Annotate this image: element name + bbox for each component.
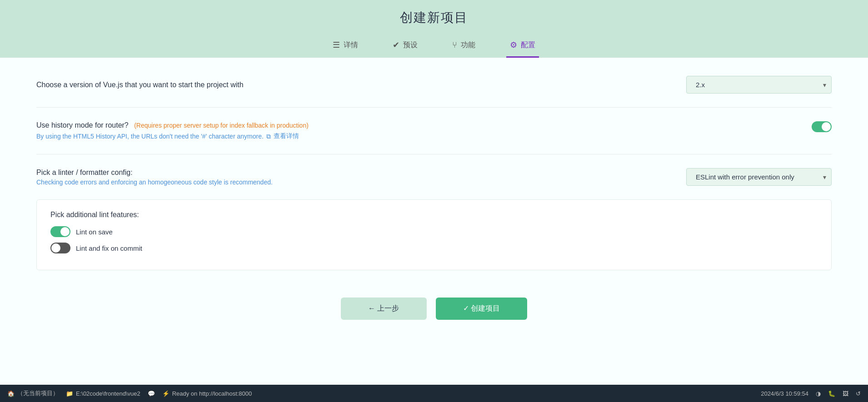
toggle-knob-save: [60, 227, 70, 236]
fork-icon: ⑂: [452, 40, 457, 50]
divider-1: [36, 107, 832, 108]
history-mode-text: Use history mode for router? (Requires p…: [36, 121, 309, 140]
create-project-label: ✓ 创建项目: [463, 304, 500, 313]
list-icon: ☰: [333, 40, 340, 50]
project-label: （无当前项目）: [17, 389, 59, 397]
vue-version-select[interactable]: 2.x 3.x: [686, 76, 832, 94]
lint-commit-label: Lint and fix on commit: [76, 244, 142, 252]
vue-version-label: Choose a version of Vue.js that you want…: [36, 81, 244, 89]
tab-details[interactable]: ☰ 详情: [329, 35, 362, 58]
linter-sublabel: Checking code errors and enforcing an ho…: [36, 179, 273, 186]
lint-save-label: Lint on save: [76, 228, 113, 236]
tab-presets[interactable]: ✔ 预设: [389, 35, 421, 58]
history-mode-link[interactable]: 查看详情: [274, 132, 299, 140]
statusbar: 🏠 （无当前项目） 📁 E:\02code\frontend\vue2 💬 ⚡ …: [0, 385, 868, 402]
back-button[interactable]: ← 上一步: [341, 298, 426, 320]
brightness-icon[interactable]: ◑: [816, 390, 821, 397]
history-mode-toggle[interactable]: [812, 121, 832, 132]
footer-buttons: ← 上一步 ✓ 创建项目: [36, 284, 832, 329]
statusbar-right: 2024/6/3 10:59:54 ◑ 🐛 🖼 ↺: [761, 390, 861, 397]
refresh-icon[interactable]: ↺: [856, 390, 861, 397]
statusbar-home[interactable]: 🏠 （无当前项目）: [7, 389, 59, 397]
folder-path: E:\02code\frontend\vue2: [76, 390, 140, 397]
toggle-knob-commit: [51, 243, 60, 253]
external-link-icon: ⧉: [266, 133, 271, 140]
home-icon: 🏠: [7, 390, 15, 397]
lint-save-option: Lint on save: [50, 226, 818, 237]
statusbar-folder[interactable]: 📁 E:\02code\frontend\vue2: [66, 390, 140, 397]
toggle-knob: [822, 122, 831, 131]
vue-version-select-wrapper: 2.x 3.x ▾: [686, 76, 832, 94]
vue-version-row: Choose a version of Vue.js that you want…: [36, 76, 832, 94]
linter-text: Pick a linter / formatter config: Checki…: [36, 169, 273, 186]
tab-config[interactable]: ⚙ 配置: [506, 35, 539, 58]
datetime-label: 2024/6/3 10:59:54: [761, 390, 808, 397]
tab-details-label: 详情: [344, 40, 358, 50]
create-project-button[interactable]: ✓ 创建项目: [436, 298, 527, 320]
image-icon[interactable]: 🖼: [843, 390, 848, 397]
tab-bar: ☰ 详情 ✔ 预设 ⑂ 功能 ⚙ 配置: [0, 35, 868, 58]
tab-features[interactable]: ⑂ 功能: [449, 35, 479, 58]
page-title: 创建新项目: [0, 9, 868, 26]
history-mode-warning: (Requires proper server setup for index …: [134, 122, 309, 129]
statusbar-messages[interactable]: 💬: [148, 390, 155, 397]
linter-select[interactable]: ESLint with error prevention only ESLint…: [686, 168, 832, 186]
lint-features-label: Pick additional lint features:: [50, 211, 818, 219]
lint-commit-option: Lint and fix on commit: [50, 243, 818, 253]
header: 创建新项目 ☰ 详情 ✔ 预设 ⑂ 功能 ⚙ 配置: [0, 0, 868, 58]
history-mode-label: Use history mode for router? (Requires p…: [36, 121, 309, 129]
lint-save-toggle[interactable]: [50, 226, 70, 237]
back-button-label: ← 上一步: [368, 304, 399, 313]
tab-features-label: 功能: [461, 40, 475, 50]
lint-commit-toggle[interactable]: [50, 243, 70, 253]
tab-presets-label: 预设: [403, 40, 418, 50]
main-content: Choose a version of Vue.js that you want…: [0, 58, 868, 385]
divider-2: [36, 154, 832, 154]
history-mode-sublabel: By using the HTML5 History API, the URLs…: [36, 133, 264, 140]
linter-select-wrapper: ESLint with error prevention only ESLint…: [686, 168, 832, 186]
tab-config-label: 配置: [521, 40, 535, 50]
statusbar-status: ⚡ Ready on http://localhost:8000: [162, 390, 252, 397]
lint-features-section: Pick additional lint features: Lint on s…: [36, 199, 832, 270]
linter-label: Pick a linter / formatter config:: [36, 169, 273, 177]
bug-icon[interactable]: 🐛: [828, 390, 835, 397]
history-mode-row: Use history mode for router? (Requires p…: [36, 121, 832, 140]
folder-icon: 📁: [66, 390, 73, 397]
check-circle-icon: ✔: [393, 40, 399, 50]
bolt-icon: ⚡: [162, 390, 170, 397]
linter-row: Pick a linter / formatter config: Checki…: [36, 168, 832, 186]
history-mode-label-text: Use history mode for router?: [36, 121, 129, 129]
status-text: Ready on http://localhost:8000: [172, 390, 252, 397]
gear-icon: ⚙: [510, 40, 517, 50]
message-icon: 💬: [148, 390, 155, 397]
